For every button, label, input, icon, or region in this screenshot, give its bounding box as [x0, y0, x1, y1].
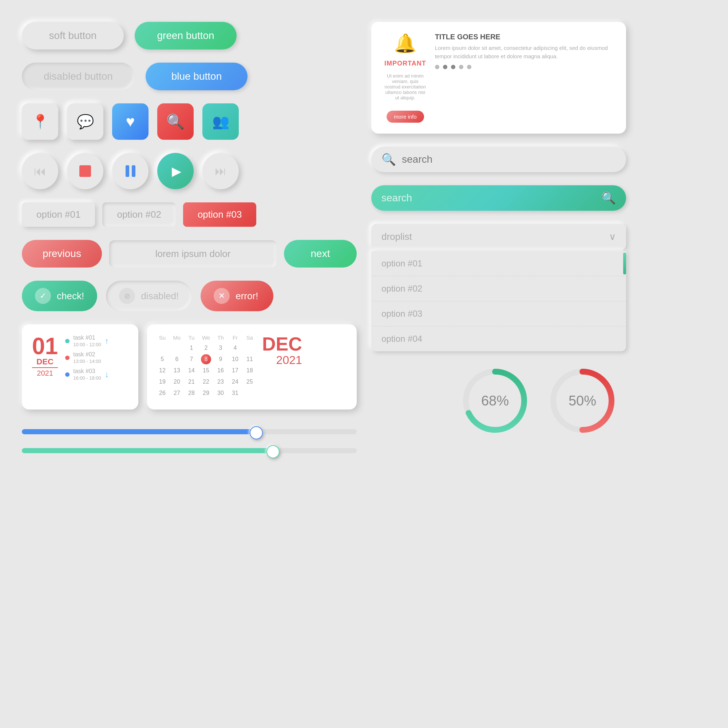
date-display: 01 DEC 2021: [32, 335, 58, 377]
task-item-1: task #0110:00 - 12:00 ↑: [65, 335, 128, 348]
chat-icon: 💬: [77, 113, 94, 130]
cal-week-1: 1 2 3 4: [157, 343, 255, 353]
slider-1-thumb[interactable]: [250, 426, 263, 439]
lorem-input[interactable]: [109, 240, 277, 268]
heart-icon-button[interactable]: ♥: [112, 103, 148, 140]
mini-calendar-card: Su Mo Tu We Th Fr Sa 1 2 3 4: [147, 324, 357, 410]
task-item-3: task #0316:00 - 18:00 ↓: [65, 368, 128, 381]
dot-2[interactable]: [443, 65, 447, 69]
calendar-widgets-row: 01 DEC 2021 task #0110:00 - 12:00 ↑ task…: [22, 324, 357, 410]
rewind-button[interactable]: ⏮: [22, 153, 58, 189]
chat-icon-button[interactable]: 💬: [67, 103, 103, 140]
notification-title: TITLE GOES HERE: [435, 33, 613, 41]
date-tasks-card: 01 DEC 2021 task #0110:00 - 12:00 ↑ task…: [22, 324, 138, 410]
left-column: soft button green button disabled button…: [22, 22, 357, 453]
green-button[interactable]: green button: [135, 22, 237, 49]
dropdown-item-4-label: option #04: [381, 334, 422, 344]
location-icon: 📍: [32, 113, 49, 130]
error-button[interactable]: ✕ error!: [200, 281, 273, 311]
bell-icon: 🔔: [394, 33, 416, 54]
dot-5[interactable]: [467, 65, 471, 69]
progress-circle-1: 68%: [459, 364, 531, 437]
disabled-label: disabled!: [141, 291, 179, 302]
heart-icon: ♥: [126, 113, 135, 130]
location-icon-button[interactable]: 📍: [22, 103, 58, 140]
slider-2-thumb[interactable]: [266, 445, 280, 458]
status-buttons-row: ✓ check! ⊘ disabled! ✕ error!: [22, 281, 357, 311]
group-icon-button[interactable]: 👥: [202, 103, 239, 140]
notification-content: TITLE GOES HERE Lorem ipsum dolor sit am…: [435, 33, 613, 69]
notification-body: Ut enim ad minim veniam, quis nostrud ex…: [384, 73, 426, 101]
task-label-2: task #0213:00 - 14:00: [73, 351, 101, 364]
play-button[interactable]: ▶: [157, 153, 194, 189]
search-icon-button[interactable]: 🔍: [157, 103, 194, 140]
rewind-icon: ⏮: [34, 164, 46, 178]
month-label: DEC: [262, 335, 302, 353]
options-row: option #01 option #02 option #03: [22, 202, 357, 227]
group-icon: 👥: [212, 113, 229, 130]
dropdown-item-1-label: option #01: [381, 258, 422, 269]
next-button[interactable]: next: [284, 240, 357, 268]
notification-icon-area: 🔔 IMPORTANT Ut enim ad minim veniam, qui…: [384, 33, 426, 123]
previous-button[interactable]: previous: [22, 240, 102, 268]
dot-1[interactable]: [435, 65, 439, 69]
dropdown-item-3[interactable]: option #03: [371, 301, 626, 327]
stop-button[interactable]: [67, 153, 103, 189]
month-year-label: DEC 2021: [262, 335, 302, 367]
forward-button[interactable]: ⏭: [202, 153, 239, 189]
cal-week-5: 26 27 28 29 30 31: [157, 388, 255, 398]
progress-svg-2: [546, 364, 619, 437]
search-bar-1[interactable]: 🔍: [371, 147, 626, 172]
icon-buttons-row: 📍 💬 ♥ 🔍 👥: [22, 103, 357, 140]
task-dot-2: [65, 356, 70, 360]
dot-4[interactable]: [459, 65, 463, 69]
search-icon: 🔍: [166, 113, 185, 130]
option-3-button[interactable]: option #03: [183, 202, 256, 227]
search-input-2[interactable]: [381, 192, 595, 204]
check-label: check!: [57, 291, 84, 302]
dot-3[interactable]: [451, 65, 455, 69]
forward-icon: ⏭: [215, 165, 226, 178]
dropdown-list-inner: option #01 option #02 option #03 option …: [371, 251, 626, 351]
slider-1-wrap: [22, 426, 357, 434]
dropdown-item-1[interactable]: option #01: [371, 251, 626, 276]
dropdown-item-2[interactable]: option #02: [371, 276, 626, 301]
blue-button[interactable]: blue button: [145, 63, 248, 90]
media-controls-row: ⏮ ▶ ⏭: [22, 153, 357, 189]
dropdown-label: droplist: [381, 231, 412, 242]
cal-week-2: 5 6 7 8 9 10 11: [157, 354, 255, 364]
option-2-button[interactable]: option #02: [102, 202, 176, 227]
right-column: 🔔 IMPORTANT Ut enim ad minim veniam, qui…: [371, 22, 706, 453]
task-label-1: task #0110:00 - 12:00: [73, 335, 101, 348]
slider-1-track: [22, 429, 357, 434]
pause-button[interactable]: [112, 153, 148, 189]
task-list: task #0110:00 - 12:00 ↑ task #0213:00 - …: [65, 335, 128, 381]
task-label-3: task #0316:00 - 18:00: [73, 368, 101, 381]
dropdown-header[interactable]: droplist ∨: [371, 224, 626, 250]
date-day: 01: [32, 335, 58, 358]
search-bar-2[interactable]: 🔍: [371, 185, 626, 211]
notification-important-label: IMPORTANT: [384, 60, 426, 67]
dropdown-item-3-label: option #03: [381, 309, 422, 319]
more-info-button[interactable]: more info: [387, 111, 424, 123]
sliders-section: [22, 426, 357, 453]
dropdown-item-4[interactable]: option #04: [371, 327, 626, 351]
check-circle-icon: ✓: [35, 288, 51, 304]
dropdown-indicator: [623, 252, 626, 274]
option-1-button[interactable]: option #01: [22, 202, 95, 227]
buttons-row-2: disabled button blue button: [22, 63, 357, 90]
search-icon-1: 🔍: [381, 153, 396, 166]
progress-circles-row: 68% 50%: [371, 364, 706, 437]
error-label: error!: [236, 291, 258, 302]
search-input-1[interactable]: [402, 154, 616, 165]
play-icon: ▶: [172, 164, 181, 178]
progress-circle-2: 50%: [546, 364, 619, 437]
main-container: soft button green button disabled button…: [0, 0, 728, 475]
task-dot-3: [65, 372, 70, 377]
check-button[interactable]: ✓ check!: [22, 281, 97, 311]
disabled-button: disabled button: [22, 63, 135, 90]
dropdown-section: droplist ∨ option #01 option #02 option …: [371, 224, 626, 351]
chevron-down-icon: ∨: [609, 231, 616, 242]
disabled-status-button: ⊘ disabled!: [106, 281, 192, 311]
soft-button[interactable]: soft button: [22, 22, 124, 49]
